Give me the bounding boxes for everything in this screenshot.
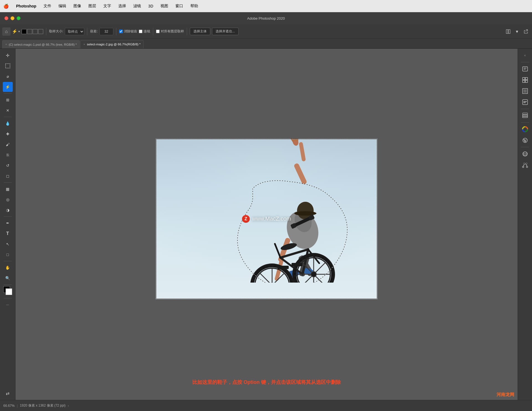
tab-file-1[interactable]: × (C) select-magic-1.psd @ 66.7% (tree, …: [2, 40, 80, 48]
tool-dodge[interactable]: ◑: [3, 205, 13, 215]
chevron-down-icon: ▼: [18, 30, 21, 33]
select-mask-button[interactable]: 选择并遮住...: [212, 28, 239, 35]
panel-collapse-btn[interactable]: «: [520, 50, 530, 60]
watermark-text: www.MacZ.com: [252, 216, 291, 222]
menu-help[interactable]: 帮助: [189, 3, 199, 9]
menu-window[interactable]: 窗口: [174, 3, 184, 9]
tool-marquee[interactable]: [3, 61, 13, 71]
apple-logo-icon[interactable]: 🍎: [3, 4, 9, 9]
share-icon[interactable]: [522, 28, 530, 35]
menu-image[interactable]: 图像: [72, 3, 82, 9]
tool-stamp[interactable]: ⎘: [3, 150, 13, 160]
magic-wand-tool-icon: ⚡: [5, 85, 10, 89]
svg-point-66: [523, 139, 525, 141]
tool-magic-wand-btn[interactable]: ⚡ ▼: [12, 28, 20, 35]
layout-icon-2[interactable]: ▼: [513, 28, 521, 35]
tab-close-1[interactable]: ×: [5, 43, 7, 46]
swap-arrows-icon: ⇄: [6, 391, 9, 396]
tolerance-input[interactable]: [99, 28, 113, 35]
adjustments-icon: [522, 99, 528, 105]
tool-healing[interactable]: ✚: [3, 129, 13, 139]
contiguous-checkbox[interactable]: [139, 30, 142, 33]
color-picker-btn[interactable]: [520, 124, 530, 134]
anti-alias-checkbox[interactable]: [119, 30, 123, 33]
tool-magic-wand[interactable]: ⚡: [3, 82, 13, 92]
paths-panel-btn[interactable]: [520, 160, 530, 170]
menu-3d[interactable]: 3D: [147, 3, 154, 9]
window-title: Adobe Photoshop 2020: [247, 16, 285, 20]
menu-filter[interactable]: 滤镜: [132, 3, 142, 9]
menu-edit[interactable]: 编辑: [57, 3, 67, 9]
tool-transform[interactable]: ✕: [3, 105, 13, 115]
caption-area: 比如这里的鞋子，点按 Option 键，并点击该区域将其从选区中删除: [192, 379, 341, 386]
background-color[interactable]: [6, 288, 12, 295]
intersect-selection-btn[interactable]: [38, 29, 43, 34]
adjustments-panel-btn[interactable]: [520, 97, 530, 107]
tab-label-1: (C) select-magic-1.psd @ 66.7% (tree, RG…: [9, 43, 77, 46]
tool-path-select[interactable]: ↖: [3, 239, 13, 249]
tab-close-2[interactable]: ×: [83, 43, 85, 46]
tool-separator-2: [4, 117, 12, 117]
sample-size-label: 取样大小:: [49, 29, 63, 34]
extra-tools-icon: ···: [6, 303, 9, 307]
layout-icon-1[interactable]: [504, 28, 512, 35]
history-icon: ↺: [6, 163, 9, 168]
tool-move[interactable]: ✛: [3, 50, 13, 60]
layers-panel-btn[interactable]: [520, 111, 530, 121]
home-button[interactable]: ⌂: [2, 27, 11, 36]
svg-rect-48: [278, 266, 289, 269]
tool-history[interactable]: ↺: [3, 161, 13, 170]
new-selection-btn[interactable]: [22, 29, 27, 34]
minimize-button[interactable]: [11, 16, 14, 20]
menu-file[interactable]: 文件: [42, 3, 52, 9]
maximize-button[interactable]: [17, 16, 21, 20]
tool-shape[interactable]: □: [3, 250, 13, 260]
channels-panel-btn[interactable]: [520, 149, 530, 159]
select-subject-button[interactable]: 选择主体: [190, 28, 210, 35]
tool-extra[interactable]: ···: [3, 300, 13, 310]
tool-separator-6: [4, 285, 12, 285]
tool-gradient[interactable]: ▦: [3, 184, 13, 194]
tool-lasso[interactable]: ⌀: [3, 71, 13, 81]
tool-type[interactable]: T: [3, 229, 13, 239]
libraries-panel-btn[interactable]: [520, 75, 530, 85]
close-button[interactable]: [4, 16, 8, 20]
add-selection-btn[interactable]: [27, 29, 32, 34]
tool-swap-arrows[interactable]: ⇄: [3, 388, 13, 398]
menu-type[interactable]: 文字: [102, 3, 112, 9]
swatches-btn[interactable]: [520, 135, 530, 145]
type-icon: T: [6, 231, 9, 236]
sample-size-select[interactable]: 取样点: [65, 28, 84, 35]
status-separator: |: [17, 404, 18, 408]
tool-eraser[interactable]: ◻: [3, 171, 13, 181]
image-canvas: Z www.MacZ.com: [156, 139, 377, 299]
info-arrow[interactable]: ›: [68, 404, 69, 408]
zoom-icon: 🔍: [5, 276, 10, 280]
svg-point-14: [294, 211, 316, 216]
tool-crop[interactable]: ⊞: [3, 95, 13, 105]
svg-point-69: [523, 152, 527, 156]
menu-photoshop[interactable]: Photoshop: [15, 3, 37, 9]
tool-pen[interactable]: ✒: [3, 218, 13, 228]
marquee-icon: [5, 63, 11, 69]
tool-zoom[interactable]: 🔍: [3, 273, 13, 283]
menu-select[interactable]: 选择: [117, 3, 127, 9]
paths-icon: [522, 162, 528, 168]
properties-panel-btn[interactable]: [520, 86, 530, 96]
tool-separator-3: [4, 182, 12, 183]
tab-file-2[interactable]: × select-magic-2.jpg @ 66.7%(RGB/8) *: [80, 40, 144, 48]
subtract-selection-btn[interactable]: [33, 29, 38, 34]
properties-icon: [522, 88, 528, 94]
learn-panel-btn[interactable]: [520, 64, 530, 74]
menu-layer[interactable]: 图层: [87, 3, 97, 9]
tool-eyedropper[interactable]: 💧: [3, 118, 13, 128]
tool-brush[interactable]: 🖌: [3, 139, 13, 149]
all-layers-checkbox[interactable]: [156, 30, 160, 33]
menu-view[interactable]: 视图: [159, 3, 169, 9]
tool-blur[interactable]: ◎: [3, 195, 13, 205]
svg-rect-47: [291, 263, 303, 266]
svg-rect-58: [523, 100, 528, 105]
all-layers-label: 对所有图层取样: [161, 29, 184, 34]
swatches-icon: [522, 137, 528, 143]
tool-hand[interactable]: ✋: [3, 263, 13, 273]
